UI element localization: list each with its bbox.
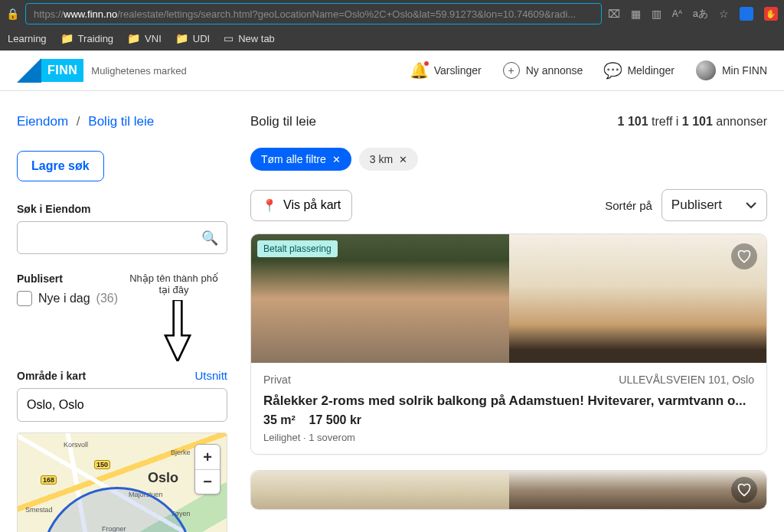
breadcrumb-eiendom[interactable]: Eiendom [17, 114, 68, 129]
sort-value: Publisert [671, 197, 722, 213]
show-map-label: Vis på kart [283, 198, 341, 212]
heart-icon [737, 249, 752, 264]
listing-image [251, 471, 509, 509]
new-today-label: Nye i dag [38, 292, 90, 305]
utsnitt-link[interactable]: Utsnitt [194, 369, 227, 382]
listing-title: Rålekker 2-roms med solrik balkong på Ad… [263, 393, 754, 409]
url-path: /realestate/lettings/search.html?geoLoca… [117, 8, 576, 20]
url-proto: https:// [34, 8, 64, 20]
annotation-text: Nhập tên thành phố tại đây [128, 273, 227, 295]
zoom-in-button[interactable]: + [195, 445, 220, 469]
show-map-button[interactable]: 📍 Vis på kart [250, 190, 352, 221]
listing-image [509, 234, 767, 363]
map-label-town: Smestad [25, 506, 53, 514]
heart-icon [737, 482, 752, 498]
map[interactable]: 150 168 Korsvoll Smestad Frogner Tøyen M… [17, 432, 227, 532]
map-city-label: Oslo [148, 470, 178, 486]
favorite-button[interactable] [731, 243, 757, 269]
bookmark-newtab[interactable]: ▭New tab [224, 32, 275, 44]
nav-varslinger[interactable]: 🔔 Varslinger [411, 62, 482, 79]
breadcrumb-bolig-til-leie[interactable]: Bolig til leie [88, 114, 154, 129]
grid-icon[interactable]: ▥ [652, 8, 662, 20]
nav-ny-annonse-label: Ny annonse [526, 64, 583, 77]
arrow-down-icon [162, 300, 193, 361]
logo-text: FINN [41, 59, 83, 82]
map-label-town: Korsvoll [64, 441, 88, 449]
site-header: FINN Mulighetenes marked 🔔 Varslinger + … [0, 51, 784, 91]
chip-clear-filters[interactable]: Tøm alle filtre ✕ [250, 148, 351, 171]
close-icon: ✕ [399, 154, 407, 165]
chat-icon: 💬 [604, 62, 621, 79]
listing-price: 17 500 kr [309, 413, 362, 426]
nav-ny-annonse[interactable]: + Ny annonse [503, 62, 583, 79]
chip-clear-label: Tøm alle filtre [261, 153, 326, 165]
breadcrumb: Eiendom / Bolig til leie [17, 114, 227, 129]
nav-min-finn-label: Min FINN [722, 64, 767, 77]
chevron-down-icon [745, 199, 757, 211]
main-content: Bolig til leie 1 101 treff i 1 101 annon… [250, 114, 767, 532]
nav-meldinger[interactable]: 💬 Meldinger [604, 62, 674, 79]
bookmark-udi[interactable]: 📁UDI [175, 32, 210, 44]
avatar [696, 60, 716, 80]
paid-badge: Betalt plassering [257, 240, 338, 257]
area-input[interactable] [17, 388, 227, 422]
url-bar[interactable]: https://www.finn.no/realestate/lettings/… [25, 3, 602, 24]
listing-address: ULLEVÅLSVEIEN 101, Oslo [619, 374, 754, 386]
listing-type: Leilighet · 1 soverom [263, 432, 754, 443]
new-today-count: (36) [96, 292, 118, 305]
listing-seller: Privat [263, 374, 291, 386]
tab-icon: ▭ [224, 32, 234, 44]
nav-varslinger-label: Varslinger [434, 64, 482, 77]
tagline: Mulighetenes marked [91, 65, 186, 77]
listing-card[interactable]: Betalt plassering Privat ULLEVÅLSVEIEN 1… [250, 233, 767, 455]
road-badge: 150 [94, 460, 110, 469]
sidebar: Eiendom / Bolig til leie Lagre søk Søk i… [17, 114, 227, 532]
save-search-button[interactable]: Lagre søk [17, 151, 104, 181]
folder-icon: 📁 [60, 32, 74, 44]
search-input[interactable] [17, 221, 227, 254]
publisert-label: Publisert [17, 273, 120, 285]
chip-distance[interactable]: 3 km ✕ [359, 148, 418, 171]
search-icon[interactable]: 🔍 [201, 230, 218, 246]
road-badge: 168 [41, 475, 57, 485]
listing-image [509, 471, 767, 509]
sort-select[interactable]: Publisert [662, 189, 767, 221]
folder-icon: 📁 [175, 32, 188, 44]
area-label: Område i kart [17, 370, 86, 382]
nav-min-finn[interactable]: Min FINN [696, 60, 767, 80]
new-today-checkbox[interactable] [17, 291, 32, 306]
bookmark-vni[interactable]: 📁VNI [127, 32, 162, 44]
pin-icon: 📍 [262, 198, 277, 213]
logo-triangle-icon [17, 58, 41, 83]
chrome-toolbar-icons: ⌧ ▦ ▥ Aᴬ aあ ☆ ✋ [608, 7, 778, 21]
map-label-town: Bjerke [171, 449, 191, 456]
plus-icon: + [503, 62, 520, 79]
device-icon[interactable]: ⌧ [608, 8, 620, 20]
zoom-out-button[interactable]: − [195, 469, 220, 494]
nav-meldinger-label: Meldinger [627, 64, 674, 77]
sort-label: Sortér på [605, 199, 652, 212]
page-title: Bolig til leie [250, 114, 316, 129]
browser-chrome: 🔒 https://www.finn.no/realestate/letting… [0, 0, 784, 51]
listing-card[interactable] [250, 470, 767, 510]
bookmark-traiding[interactable]: 📁Traiding [60, 32, 113, 44]
translate-icon[interactable]: aあ [693, 7, 708, 21]
translator-ext-icon[interactable] [740, 7, 753, 21]
qr-icon[interactable]: ▦ [631, 8, 641, 20]
url-domain: www.finn.no [64, 8, 117, 20]
bookmark-learning[interactable]: Learning [8, 33, 47, 44]
lock-icon: 🔒 [6, 8, 19, 20]
folder-icon: 📁 [127, 32, 140, 44]
chip-distance-label: 3 km [370, 153, 393, 165]
reader-icon[interactable]: Aᴬ [672, 8, 682, 19]
search-label: Søk i Eiendom [17, 203, 227, 215]
logo-block[interactable]: FINN Mulighetenes marked [17, 58, 187, 83]
favorite-button[interactable] [731, 477, 757, 503]
close-icon: ✕ [332, 154, 341, 165]
bell-icon: 🔔 [411, 62, 428, 79]
adblock-ext-icon[interactable]: ✋ [764, 7, 778, 21]
favorite-star-icon[interactable]: ☆ [719, 8, 729, 20]
results-count: 1 101 treff i 1 101 annonser [618, 115, 767, 129]
listing-size: 35 m² [263, 413, 296, 426]
